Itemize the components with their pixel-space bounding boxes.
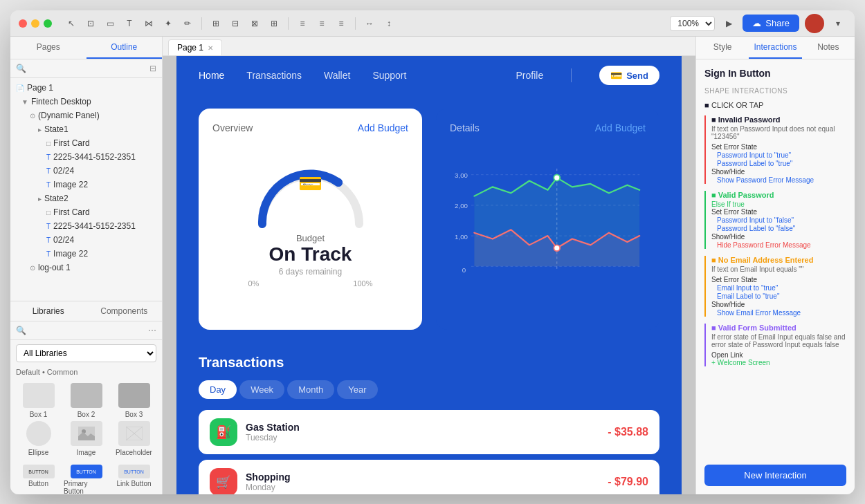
nav-support[interactable]: Support — [372, 70, 406, 81]
comp-link-button[interactable]: BUTTON Link Button — [111, 465, 156, 494]
tree-item-img1[interactable]: T Image 22 — [10, 178, 162, 192]
tree-item-cardnum2[interactable]: T 2225-3441-5152-2351 — [10, 219, 162, 233]
valid-password-input: Password Input to "false" — [711, 216, 846, 224]
link-button-preview: BUTTON — [118, 465, 150, 478]
lib-more-icon[interactable]: ⋯ — [148, 326, 156, 335]
interactions-tab[interactable]: Interactions — [749, 37, 801, 59]
shape-tool[interactable]: ▭ — [102, 15, 118, 32]
tree-item-label: State2 — [44, 194, 69, 203]
gauge-icon: 💳 — [298, 172, 322, 195]
zoom-fit[interactable]: ⊞ — [208, 15, 224, 32]
maximize-button[interactable] — [44, 19, 52, 28]
comp-box1[interactable]: Box 1 — [16, 383, 61, 418]
lib-search-input[interactable] — [29, 326, 145, 335]
transactions-title: Transactions — [199, 355, 659, 371]
filter-icon[interactable]: ⊟ — [149, 64, 156, 73]
canvas-tab-close[interactable]: ✕ — [208, 44, 213, 52]
invalid-password-input: Password Input to "true" — [711, 151, 846, 159]
tree-item-dynamic[interactable]: ⊙ (Dynamic Panel) — [10, 109, 162, 122]
tree-item-page1[interactable]: 📄 Page 1 — [10, 81, 162, 95]
libraries-tab[interactable]: Libraries — [10, 301, 86, 321]
filter-month[interactable]: Month — [287, 380, 334, 399]
canvas-content: Home Transactions Wallet Support Profile… — [176, 56, 682, 494]
inspect[interactable]: ⊠ — [246, 15, 263, 32]
ellipse-preview — [26, 421, 51, 446]
tree-item-cardnum1[interactable]: T 2225-3441-5152-2351 — [10, 150, 162, 164]
frame-tool[interactable]: ⊡ — [82, 15, 99, 32]
tree-item-fintech[interactable]: ▼ Fintech Desktop — [10, 95, 162, 109]
tree-item-state1[interactable]: ▸ State1 — [10, 122, 162, 136]
close-button[interactable] — [19, 19, 27, 28]
select-tool[interactable]: ↖ — [63, 15, 80, 32]
nav-profile[interactable]: Profile — [516, 70, 544, 81]
align-center[interactable]: ≡ — [313, 15, 330, 32]
grid-tool[interactable]: ⊞ — [266, 15, 282, 32]
zoom-component[interactable]: ⊟ — [227, 15, 244, 32]
comp-placeholder[interactable]: Placeholder — [111, 421, 156, 456]
title-bar: ↖ ⊡ ▭ T ⋈ ✦ ✏ ⊞ ⊟ ⊠ ⊞ ≡ ≡ ≡ ↔ ↕ 100% ▶ ☁… — [10, 10, 855, 37]
notes-tab[interactable]: Notes — [802, 37, 855, 59]
tree-item-firstcard2[interactable]: □ First Card — [10, 205, 162, 219]
right-panel-content: Sign In Button SHAPE INTERACTIONS ■ CLIC… — [696, 59, 855, 456]
comp-primary-button[interactable]: BUTTON Primary Button — [64, 465, 109, 494]
svg-point-17 — [554, 175, 560, 181]
libraries-section: Libraries Components 🔍 ⋯ All Libraries D… — [10, 301, 162, 494]
library-selector[interactable]: All Libraries — [16, 344, 156, 362]
nav-home[interactable]: Home — [199, 70, 224, 81]
nav-send-button[interactable]: 💳 Send — [599, 66, 659, 85]
welcome-screen-link[interactable]: + Welcome Screen — [711, 359, 846, 366]
align-right[interactable]: ≡ — [333, 15, 349, 32]
user-avatar[interactable] — [805, 14, 824, 33]
minimize-button[interactable] — [31, 19, 39, 28]
canvas-tab-page1[interactable]: Page 1 ✕ — [168, 39, 222, 55]
style-tab[interactable]: Style — [696, 37, 749, 59]
nav-transactions[interactable]: Transactions — [246, 70, 302, 81]
pen-tool[interactable]: ✏ — [179, 15, 196, 32]
canvas-scroll[interactable]: Home Transactions Wallet Support Profile… — [163, 56, 695, 494]
pages-tab[interactable]: Pages — [10, 37, 86, 59]
comp-button[interactable]: BUTTON Button — [16, 465, 61, 494]
outline-tab[interactable]: Outline — [86, 37, 163, 59]
separator-3 — [355, 17, 356, 30]
hand-tool[interactable]: ✦ — [160, 15, 176, 32]
align-left[interactable]: ≡ — [294, 15, 311, 32]
tree-item-state2[interactable]: ▸ State2 — [10, 192, 162, 205]
filter-day[interactable]: Day — [199, 380, 237, 399]
tree-item-img2[interactable]: T Image 22 — [10, 247, 162, 261]
comp-box2[interactable]: Box 2 — [64, 383, 109, 418]
tree-item-date1[interactable]: T 02/24 — [10, 164, 162, 178]
history-add-budget-button[interactable]: Add Budget — [595, 122, 646, 133]
tree-item-label: Page 1 — [27, 83, 53, 93]
add-budget-button[interactable]: Add Budget — [358, 122, 408, 133]
filter-year[interactable]: Year — [337, 380, 377, 399]
text-icon: T — [46, 153, 51, 161]
nav-wallet[interactable]: Wallet — [324, 70, 350, 81]
pages-tree: 📄 Page 1 ▼ Fintech Desktop ⊙ (Dynamic Pa… — [10, 78, 162, 301]
comp-image[interactable]: Image — [64, 421, 109, 456]
text-tool[interactable]: T — [121, 15, 138, 32]
shopping-info: Shopping Monday — [246, 472, 599, 492]
sidebar-search-input[interactable] — [29, 64, 147, 73]
comp-ellipse[interactable]: Ellipse — [16, 421, 61, 456]
gauge-min: 0% — [248, 279, 260, 288]
filter-week[interactable]: Week — [239, 380, 284, 399]
share-button[interactable]: ☁ Share — [743, 15, 799, 32]
right-panel: Style Interactions Notes Sign In Button … — [695, 37, 855, 494]
components-tab[interactable]: Components — [86, 301, 163, 321]
gauge-container: 💳 — [248, 158, 373, 227]
shopping-icon: 🛒 — [210, 468, 237, 494]
component-tool[interactable]: ⋈ — [140, 15, 157, 32]
distribute-v[interactable]: ↕ — [381, 15, 397, 32]
interaction-invalid-password: ■ Invalid Password If text on Password I… — [704, 115, 846, 184]
comp-box3[interactable]: Box 3 — [111, 383, 156, 418]
zoom-selector[interactable]: 100% — [670, 16, 715, 31]
tree-item-firstcard1[interactable]: □ First Card — [10, 136, 162, 150]
box3-label: Box 3 — [125, 411, 143, 418]
present-button[interactable]: ▶ — [720, 15, 737, 32]
tree-item-logout[interactable]: ⊙ log-out 1 — [10, 261, 162, 274]
main-area: Pages Outline 🔍 ⊟ 📄 Page 1 ▼ Fintech Des… — [10, 37, 855, 494]
new-interaction-button[interactable]: New Interaction — [704, 465, 846, 486]
avatar-dropdown[interactable]: ▾ — [830, 15, 846, 32]
tree-item-date2[interactable]: T 02/24 — [10, 233, 162, 247]
distribute-h[interactable]: ↔ — [361, 15, 378, 32]
